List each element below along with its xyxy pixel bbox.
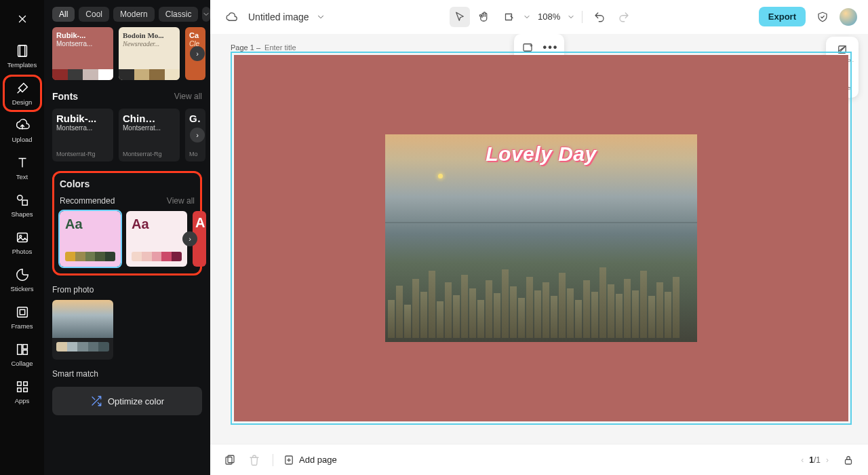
color-palette[interactable]: Aa xyxy=(60,211,121,267)
color-palettes-row: Aa Aa A › xyxy=(60,211,195,267)
svg-rect-16 xyxy=(524,44,532,52)
font-body: Montserrat-Rg xyxy=(56,151,109,157)
export-button[interactable]: Export xyxy=(759,7,806,26)
colors-recommended-label: Recommended xyxy=(60,196,115,206)
canvas[interactable]: Lovely Day xyxy=(231,52,852,425)
styles-next[interactable]: › xyxy=(190,46,205,61)
chip-cool[interactable]: Cool xyxy=(79,7,109,22)
city-photo[interactable]: Lovely Day xyxy=(385,134,697,342)
templates-icon xyxy=(15,43,30,58)
colors-viewall[interactable]: View all xyxy=(167,196,195,206)
chip-all[interactable]: All xyxy=(52,7,75,22)
pages-overview-button[interactable] xyxy=(221,451,239,469)
rail-label: Collage xyxy=(11,360,33,367)
svg-rect-6 xyxy=(17,307,27,318)
page-title-input[interactable] xyxy=(264,43,358,52)
apps-icon xyxy=(15,379,30,394)
left-rail: Templates Design Upload Text Shapes Phot… xyxy=(0,0,44,475)
rail-label: Frames xyxy=(11,322,33,330)
fonts-header: Fonts View all xyxy=(52,91,202,102)
document-title[interactable]: Untitled image xyxy=(248,12,309,22)
redo-button[interactable] xyxy=(614,7,634,27)
rail-stickers[interactable]: Stickers xyxy=(5,263,40,297)
style-card-title: Bodoin Mo... xyxy=(119,27,180,40)
chip-classic[interactable]: Classic xyxy=(159,7,199,22)
palette-sample: Aa xyxy=(65,216,115,232)
svg-rect-12 xyxy=(23,382,27,386)
fonts-viewall[interactable]: View all xyxy=(174,92,202,101)
undo-button[interactable] xyxy=(589,7,610,27)
rail-label: Templates xyxy=(7,61,37,69)
rail-label: Shapes xyxy=(11,210,33,218)
collage-icon xyxy=(15,342,30,357)
chip-modern[interactable]: Modern xyxy=(113,7,155,22)
divider xyxy=(582,11,583,23)
from-photo-label: From photo xyxy=(52,285,202,294)
shield-icon[interactable] xyxy=(812,7,833,27)
photo-swatches xyxy=(56,342,109,352)
optimize-color-button[interactable]: Optimize color xyxy=(52,387,202,415)
svg-rect-13 xyxy=(17,388,21,392)
style-card[interactable]: Bodoin Mo... Newsreader... xyxy=(119,27,180,80)
rail-shapes[interactable]: Shapes xyxy=(5,189,40,222)
rail-text[interactable]: Text xyxy=(5,151,40,185)
lock-button[interactable] xyxy=(840,451,857,469)
upload-icon xyxy=(15,118,30,133)
svg-rect-1 xyxy=(20,45,24,57)
font-card[interactable]: Rubik-... Montserra... Montserrat-Rg xyxy=(52,109,113,162)
select-tool[interactable] xyxy=(450,7,470,27)
rail-design[interactable]: Design xyxy=(5,77,40,110)
colors-next[interactable]: › xyxy=(182,231,197,246)
design-icon xyxy=(15,81,30,96)
smart-match-label: Smart match xyxy=(52,369,202,379)
rail-templates[interactable]: Templates xyxy=(5,39,40,73)
rail-upload[interactable]: Upload xyxy=(5,114,40,147)
text-icon xyxy=(15,155,30,170)
canvas-background[interactable]: Lovely Day xyxy=(234,55,848,421)
rail-collage[interactable]: Collage xyxy=(5,338,40,371)
svg-rect-14 xyxy=(23,388,27,392)
rail-frames[interactable]: Frames xyxy=(5,301,40,334)
zoom-level[interactable]: 108% xyxy=(535,12,563,22)
font-card[interactable]: Chin… Montserrat... Montserrat-Rg xyxy=(119,109,180,162)
color-palette[interactable]: Aa xyxy=(126,211,187,267)
design-panel: All Cool Modern Classic Rubik-... Montse… xyxy=(44,0,210,475)
rail-photos[interactable]: Photos xyxy=(5,226,40,259)
svg-rect-11 xyxy=(17,382,21,386)
page-total: 1 xyxy=(816,455,821,465)
svg-rect-4 xyxy=(17,233,27,242)
photos-icon xyxy=(15,230,30,245)
bottom-bar: Add page ‹ 1/1 › xyxy=(210,444,868,475)
svg-rect-0 xyxy=(18,45,26,57)
rail-label: Apps xyxy=(15,397,30,404)
chevron-down-icon[interactable] xyxy=(316,12,326,22)
styles-row: Rubik-... Montserra... Bodoin Mo... News… xyxy=(52,27,202,80)
font-sub: Montserra... xyxy=(56,124,109,132)
app-logo[interactable] xyxy=(10,7,35,31)
chevron-down-icon[interactable] xyxy=(567,13,575,21)
sun xyxy=(438,174,443,178)
page-label: Page 1 – xyxy=(231,43,358,52)
headline-text[interactable]: Lovely Day xyxy=(486,142,596,166)
user-avatar[interactable] xyxy=(840,8,857,26)
filter-chips: All Cool Modern Classic xyxy=(44,0,210,27)
pager: ‹ 1/1 › xyxy=(801,451,857,469)
crop-tool[interactable] xyxy=(498,7,519,27)
svg-rect-8 xyxy=(17,345,21,355)
from-photo-palette[interactable] xyxy=(52,300,113,360)
fonts-next[interactable]: › xyxy=(190,128,205,142)
add-page-button[interactable]: Add page xyxy=(283,454,337,466)
divider xyxy=(273,454,273,466)
font-name: Chin… xyxy=(123,113,176,124)
svg-rect-15 xyxy=(506,14,512,20)
style-card[interactable]: Rubik-... Montserra... xyxy=(52,27,113,80)
rail-label: Upload xyxy=(12,136,32,143)
cloud-icon[interactable] xyxy=(221,7,241,27)
photo-thumb xyxy=(52,300,113,338)
chevron-down-icon[interactable] xyxy=(523,13,531,21)
rail-apps[interactable]: Apps xyxy=(5,375,40,408)
palette-sample: Aa xyxy=(132,216,182,232)
rail-label: Stickers xyxy=(11,285,34,292)
chip-more[interactable] xyxy=(202,7,210,22)
hand-tool[interactable] xyxy=(474,7,494,27)
